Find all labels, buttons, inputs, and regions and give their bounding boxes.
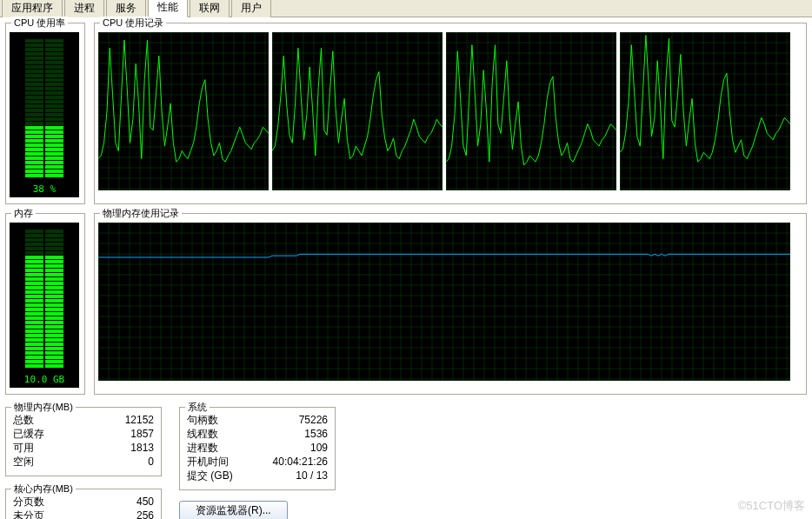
- svg-rect-247: [25, 316, 43, 320]
- svg-rect-248: [45, 316, 63, 320]
- tab-4[interactable]: 联网: [190, 0, 230, 17]
- svg-rect-253: [25, 329, 43, 333]
- svg-rect-218: [45, 251, 63, 255]
- watermark: ©51CTO博客: [738, 498, 805, 514]
- svg-rect-237: [25, 295, 43, 298]
- svg-rect-48: [45, 139, 63, 143]
- svg-rect-64: [45, 174, 63, 177]
- svg-rect-47: [25, 139, 43, 143]
- svg-rect-232: [45, 282, 63, 285]
- cpu-history-title: CPU 使用记录: [100, 17, 166, 30]
- svg-rect-32: [45, 104, 63, 108]
- performance-panel: CPU 使用率 38 % CPU 使用记录 内存 10.0 GB 物理内存使用记…: [0, 17, 812, 519]
- physical-memory-title: 物理内存(MB): [11, 401, 76, 414]
- svg-rect-43: [25, 130, 43, 134]
- svg-rect-233: [25, 286, 43, 289]
- system-row: 线程数1536: [187, 427, 328, 441]
- svg-rect-31: [25, 104, 43, 108]
- svg-rect-20: [45, 78, 63, 82]
- svg-rect-18: [45, 74, 63, 77]
- kernel-memory-group: 核心内存(MB) 分页数450未分页256: [5, 489, 162, 519]
- svg-rect-6: [45, 48, 63, 51]
- tab-5[interactable]: 用户: [231, 0, 271, 17]
- svg-rect-229: [25, 277, 43, 281]
- svg-rect-7: [25, 52, 43, 56]
- svg-rect-21: [25, 83, 43, 86]
- svg-rect-234: [45, 286, 63, 289]
- svg-rect-17: [25, 74, 43, 77]
- svg-rect-206: [10, 223, 79, 388]
- stat-label: 进程数: [187, 441, 218, 455]
- svg-rect-227: [25, 273, 43, 276]
- svg-rect-240: [45, 299, 63, 303]
- svg-rect-171: [620, 32, 790, 190]
- memory-history-group: 物理内存使用记录: [94, 213, 807, 395]
- stat-label: 总数: [13, 413, 34, 427]
- stat-label: 提交 (GB): [187, 469, 233, 482]
- svg-rect-57: [25, 161, 43, 164]
- tab-1[interactable]: 进程: [64, 0, 104, 17]
- svg-rect-249: [25, 321, 43, 324]
- svg-rect-209: [25, 234, 43, 237]
- svg-rect-239: [25, 299, 43, 303]
- svg-rect-270: [45, 364, 63, 368]
- svg-rect-41: [25, 126, 43, 130]
- svg-rect-36: [45, 113, 63, 116]
- stat-value: 450: [136, 495, 154, 509]
- svg-rect-255: [25, 334, 43, 337]
- svg-rect-2: [45, 39, 63, 43]
- svg-rect-259: [25, 343, 43, 346]
- stat-value: 1813: [130, 441, 154, 455]
- svg-rect-44: [45, 130, 63, 134]
- resource-monitor-button[interactable]: 资源监视器(R)...: [179, 501, 288, 519]
- svg-rect-208: [45, 230, 63, 233]
- svg-rect-219: [25, 256, 43, 259]
- svg-rect-4: [45, 43, 63, 47]
- svg-rect-60: [45, 165, 63, 169]
- svg-rect-11: [25, 61, 43, 64]
- svg-rect-267: [25, 360, 43, 363]
- svg-rect-38: [45, 117, 63, 121]
- system-row: 句柄数75226: [187, 413, 328, 427]
- svg-rect-58: [45, 161, 63, 164]
- svg-rect-265: [25, 356, 43, 359]
- stat-value: 12152: [125, 413, 154, 427]
- svg-rect-256: [45, 334, 63, 337]
- svg-rect-5: [25, 48, 43, 51]
- svg-rect-223: [25, 264, 43, 268]
- svg-rect-210: [45, 234, 63, 237]
- svg-rect-263: [25, 351, 43, 355]
- svg-rect-8: [45, 52, 63, 56]
- physical-memory-row: 已缓存1857: [13, 427, 154, 441]
- svg-rect-25: [25, 91, 43, 95]
- svg-rect-236: [45, 290, 63, 294]
- stat-value: 75226: [299, 413, 328, 427]
- memory-history-title: 物理内存使用记录: [100, 207, 182, 220]
- svg-rect-50: [45, 143, 63, 147]
- memory-gauge: 10.0 GB: [10, 223, 79, 388]
- svg-rect-30: [45, 100, 63, 103]
- svg-rect-56: [45, 156, 63, 160]
- tab-3[interactable]: 性能: [148, 0, 188, 17]
- svg-rect-211: [25, 238, 43, 242]
- svg-rect-216: [45, 247, 63, 250]
- svg-rect-27: [25, 96, 43, 99]
- svg-rect-45: [25, 135, 43, 138]
- svg-rect-23: [25, 87, 43, 90]
- svg-rect-217: [25, 251, 43, 255]
- svg-rect-243: [25, 308, 43, 311]
- tab-2[interactable]: 服务: [106, 0, 146, 17]
- tab-0[interactable]: 应用程序: [2, 0, 63, 17]
- stat-value: 0: [148, 455, 154, 469]
- svg-rect-260: [45, 343, 63, 346]
- cpu-gauge-title: CPU 使用率: [11, 17, 68, 30]
- svg-rect-51: [25, 148, 43, 151]
- svg-rect-224: [45, 264, 63, 268]
- cpu-gauge: 38 %: [10, 32, 79, 197]
- svg-rect-257: [25, 338, 43, 342]
- system-row: 开机时间40:04:21:26: [187, 455, 328, 469]
- svg-rect-61: [25, 170, 43, 173]
- cpu-history-core1: [272, 32, 443, 190]
- stat-label: 可用: [13, 441, 34, 455]
- stat-label: 未分页: [13, 509, 44, 519]
